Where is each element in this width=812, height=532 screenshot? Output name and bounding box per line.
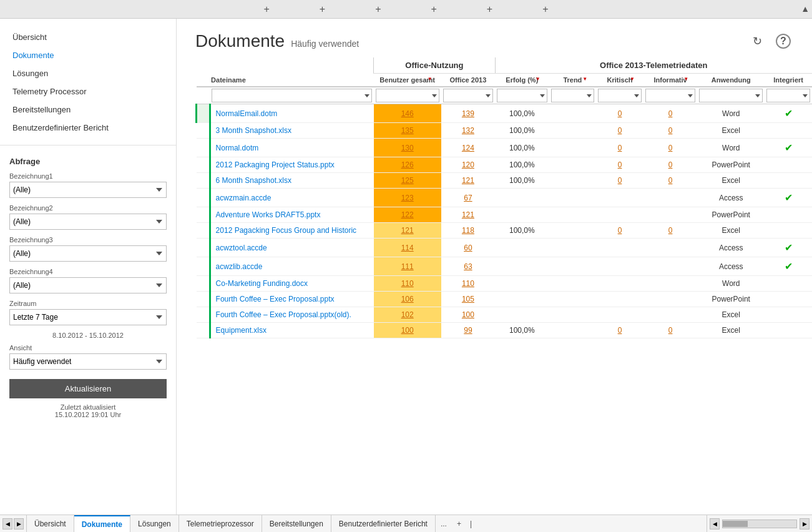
cell-filename[interactable]: Adventure Works DRAFT5.pptx — [210, 207, 374, 223]
cell-filename[interactable]: acwztool.accde — [210, 239, 374, 257]
filter-benutzer[interactable] — [374, 87, 441, 104]
col-trend[interactable]: Trend ▼ — [549, 74, 597, 87]
cell-filename[interactable]: Equipment.xlsx — [210, 323, 374, 338]
top-add-btn-3[interactable]: + — [372, 4, 384, 15]
bottom-scroll-left[interactable]: ◀ — [710, 518, 720, 530]
cell-office2013[interactable]: 121 — [441, 207, 495, 223]
filter-anwendung-select[interactable] — [699, 89, 763, 102]
cell-office2013[interactable]: 99 — [441, 323, 495, 338]
cell-benutzer[interactable]: 123 — [374, 189, 441, 207]
cell-filename[interactable]: 3 Month Snapshot.xlsx — [210, 123, 374, 139]
table-row[interactable]: acwztool.accde11460Access✔ — [197, 239, 813, 257]
cell-office2013[interactable]: 67 — [441, 189, 495, 207]
cell-kritisch[interactable]: 0 — [596, 173, 643, 189]
sidebar-item-ubersicht[interactable]: Übersicht — [0, 28, 176, 46]
bottom-tab-benutzerdefiniert[interactable]: Benutzerdefinierter Bericht — [331, 515, 436, 532]
bottom-tab-telemetrie[interactable]: Telemetrieprozessor — [179, 515, 262, 532]
bottom-scroll-right[interactable]: ▶ — [800, 518, 810, 530]
cell-office2013[interactable]: 100 — [441, 307, 495, 323]
bottom-tab-losungen[interactable]: Lösungen — [130, 515, 179, 532]
bezeichnung3-select[interactable]: (Alle) — [9, 245, 167, 262]
cell-office2013[interactable]: 105 — [441, 292, 495, 307]
sidebar-item-dokumente[interactable]: Dokumente — [0, 46, 176, 64]
top-add-btn-5[interactable]: + — [484, 4, 496, 15]
top-add-btn-2[interactable]: + — [316, 4, 328, 15]
table-row[interactable]: Equipment.xlsx10099100,0%00Excel — [197, 323, 813, 338]
filter-dateiname[interactable] — [210, 87, 374, 104]
sidebar-item-losungen[interactable]: Lösungen — [0, 64, 176, 82]
cell-filename[interactable]: 6 Month Snapshot.xlsx — [210, 173, 374, 189]
update-button[interactable]: Aktualisieren — [9, 379, 167, 398]
cell-filename[interactable]: Co-Marketing Funding.docx — [210, 276, 374, 292]
cell-office2013[interactable]: 110 — [441, 276, 495, 292]
cell-office2013[interactable]: 121 — [441, 173, 495, 189]
cell-informativ[interactable]: 0 — [643, 223, 697, 239]
filter-informativ[interactable] — [643, 87, 697, 104]
filter-erfolg[interactable] — [495, 87, 549, 104]
bottom-tab-add[interactable]: + — [452, 515, 466, 532]
cell-kritisch[interactable]: 0 — [596, 223, 643, 239]
bottom-tab-more[interactable]: ... — [436, 515, 452, 532]
cell-kritisch[interactable]: 0 — [596, 323, 643, 338]
table-row[interactable]: NormalEmail.dotm146139100,0%00Word✔ — [197, 104, 813, 123]
cell-benutzer[interactable]: 102 — [374, 307, 441, 323]
cell-benutzer[interactable]: 130 — [374, 139, 441, 157]
table-row[interactable]: Co-Marketing Funding.docx110110Word — [197, 276, 813, 292]
filter-office2013[interactable] — [441, 87, 495, 104]
table-row[interactable]: 3 Month Snapshot.xlsx135132100,0%00Excel — [197, 123, 813, 139]
cell-benutzer[interactable]: 146 — [374, 104, 441, 123]
cell-benutzer[interactable]: 106 — [374, 292, 441, 307]
cell-office2013[interactable]: 60 — [441, 239, 495, 257]
table-row[interactable]: 2012 Pagacking Focus Group and Historic1… — [197, 223, 813, 239]
refresh-button[interactable]: ↻ — [747, 31, 767, 51]
cell-informativ[interactable]: 0 — [643, 157, 697, 173]
cell-filename[interactable]: Normal.dotm — [210, 139, 374, 157]
filter-dateiname-select[interactable] — [212, 89, 372, 102]
filter-erfolg-select[interactable] — [497, 89, 547, 102]
cell-filename[interactable]: acwzmain.accde — [210, 189, 374, 207]
table-row[interactable]: Fourth Coffee – Exec Proposal.pptx(old).… — [197, 307, 813, 323]
filter-trend-select[interactable] — [551, 89, 595, 102]
bottom-tab-ubersicht[interactable]: Übersicht — [27, 515, 74, 532]
sidebar-item-benutzerdefiniert[interactable]: Benutzerdefinierter Bericht — [0, 119, 176, 137]
filter-office2013-select[interactable] — [443, 89, 493, 102]
table-row[interactable]: Adventure Works DRAFT5.pptx122121PowerPo… — [197, 207, 813, 223]
top-add-btn-4[interactable]: + — [428, 4, 440, 15]
table-row[interactable]: 2012 Packaging Project Status.pptx126120… — [197, 157, 813, 173]
filter-integriert[interactable] — [765, 87, 812, 104]
bezeichnung4-select[interactable]: (Alle) — [9, 277, 167, 293]
table-row[interactable]: Fourth Coffee – Exec Proposal.pptx106105… — [197, 292, 813, 307]
filter-kritisch[interactable] — [596, 87, 643, 104]
cell-benutzer[interactable]: 111 — [374, 257, 441, 276]
cell-benutzer[interactable]: 135 — [374, 123, 441, 139]
bottom-scrollbar[interactable] — [722, 520, 797, 528]
ansicht-select[interactable]: Häufig verwendet — [9, 353, 167, 370]
bezeichnung1-select[interactable]: (Alle) — [9, 182, 167, 198]
filter-informativ-select[interactable] — [645, 89, 695, 102]
cell-kritisch[interactable]: 0 — [596, 123, 643, 139]
sidebar-item-telemetry[interactable]: Telemetry Processor — [0, 82, 176, 101]
cell-filename[interactable]: Fourth Coffee – Exec Proposal.pptx — [210, 292, 374, 307]
col-informativ[interactable]: Informativ ▼ — [643, 74, 697, 87]
bezeichnung2-select[interactable]: (Alle) — [9, 214, 167, 230]
cell-kritisch[interactable]: 0 — [596, 157, 643, 173]
cell-office2013[interactable]: 63 — [441, 257, 495, 276]
cell-office2013[interactable]: 124 — [441, 139, 495, 157]
bottom-scrollbar-thumb[interactable] — [723, 521, 748, 527]
cell-kritisch[interactable]: 0 — [596, 104, 643, 123]
bottom-tab-bereitstellungen[interactable]: Bereitstellungen — [262, 515, 331, 532]
cell-office2013[interactable]: 120 — [441, 157, 495, 173]
table-row[interactable]: Normal.dotm130124100,0%00Word✔ — [197, 139, 813, 157]
cell-informativ[interactable]: 0 — [643, 173, 697, 189]
col-erfolg[interactable]: Erfolg (%) ▼ — [495, 74, 549, 87]
cell-office2013[interactable]: 118 — [441, 223, 495, 239]
cell-office2013[interactable]: 139 — [441, 104, 495, 123]
col-benutzer[interactable]: Benutzer gesamt ▼ — [374, 74, 441, 87]
zeitraum-select[interactable]: Letzte 7 Tage — [9, 309, 167, 325]
cell-benutzer[interactable]: 126 — [374, 157, 441, 173]
bottom-prev-btn[interactable]: ◀ — [2, 518, 12, 530]
cell-benutzer[interactable]: 122 — [374, 207, 441, 223]
help-button[interactable]: ? — [773, 31, 793, 51]
top-scroll-btn[interactable]: ▲ — [801, 4, 810, 14]
cell-benutzer[interactable]: 125 — [374, 173, 441, 189]
